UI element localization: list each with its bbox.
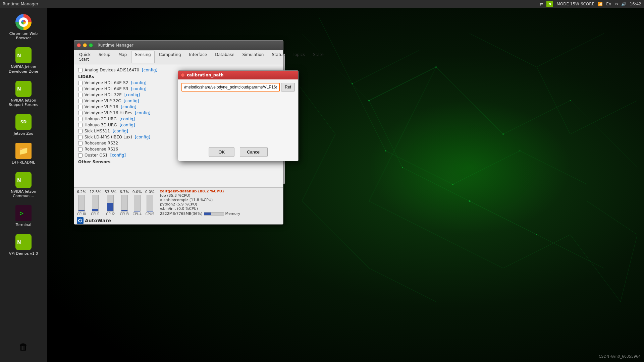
tab-state[interactable]: State xyxy=(309,51,327,63)
dialog-close-btn[interactable] xyxy=(181,73,185,77)
vlp32c-checkbox[interactable] xyxy=(78,99,83,103)
cpu-bars-container: 6.2% CPU0 12.5% CPU1 53.3% xyxy=(77,189,155,216)
hdl64s3-checkbox[interactable] xyxy=(78,87,83,91)
svg-point-37 xyxy=(402,167,403,168)
svg-line-22 xyxy=(302,201,369,268)
sickldmrs-checkbox[interactable] xyxy=(78,135,83,139)
sidebar-item-trash[interactable]: 🗑 xyxy=(3,336,44,359)
taskbar-wifi-icon: 📶 xyxy=(598,2,603,6)
hokuyo3d-config[interactable]: [config] xyxy=(119,123,135,127)
sidebar-item-nvidia-support[interactable]: N NVIDIA Jetson Support Forums xyxy=(3,78,44,110)
sidebar-item-jetson-zoo[interactable]: SD Jetson Zoo xyxy=(3,111,44,138)
hokuyo2d-label: Hokuyo 2D URG xyxy=(85,117,117,121)
tab-sensing[interactable]: Sensing xyxy=(131,51,154,63)
ousteros1-config[interactable]: [config] xyxy=(110,153,126,158)
cpu2-pct: 53.3% xyxy=(105,190,116,194)
calibration-path-dialog: calibration_path Ref OK Cancel xyxy=(178,70,299,161)
sidebar-item-nvidia-comms-label: NVIDIA Jetson Communi... xyxy=(5,189,42,198)
vlp16-config[interactable]: [config] xyxy=(121,105,136,109)
window-maximize-btn[interactable] xyxy=(89,43,93,47)
cpu4-bar xyxy=(134,195,141,212)
hdl64s2-config[interactable]: [config] xyxy=(131,80,146,85)
sidebar-item-terminal[interactable]: >_ Terminal xyxy=(3,202,44,230)
svg-text:N: N xyxy=(17,239,21,245)
hdl64s3-label: Velodyne HDL-64E-S3 xyxy=(85,86,128,91)
tab-database[interactable]: Database xyxy=(211,51,238,63)
analog-devices-checkbox[interactable] xyxy=(78,68,83,72)
sickldmrs-label: Sick LD-MRS (IBEO Lux) xyxy=(85,135,132,139)
cpu1-bar xyxy=(92,195,99,212)
dialog-title-text: calibration_path xyxy=(187,73,224,77)
vlp16hires-checkbox[interactable] xyxy=(78,111,83,115)
cpu-monitor: 6.2% CPU0 12.5% CPU1 53.3% xyxy=(74,187,283,224)
window-tabs: Quick Start Setup Map Sensing Computing … xyxy=(74,50,283,64)
tab-quick-start[interactable]: Quick Start xyxy=(75,51,94,63)
sidebar-item-chromium[interactable]: Chromium Web Browser xyxy=(3,11,44,43)
cpu0-pct: 6.2% xyxy=(77,190,86,194)
window-close-btn[interactable] xyxy=(77,43,81,47)
robosensers16-checkbox[interactable] xyxy=(78,147,83,152)
cpu1-pct: 12.5% xyxy=(90,190,101,194)
hokuyo2d-checkbox[interactable] xyxy=(78,117,83,121)
tab-status[interactable]: Status xyxy=(268,51,288,63)
tab-setup[interactable]: Setup xyxy=(95,51,114,63)
tab-topics[interactable]: Topics xyxy=(289,51,309,63)
hdl32e-checkbox[interactable] xyxy=(78,93,83,97)
svg-line-28 xyxy=(587,201,637,235)
sidebar-item-nvidia-dev[interactable]: N NVIDIA Jetson Developer Zone xyxy=(3,45,44,76)
hdl32e-label: Velodyne HDL-32E xyxy=(85,93,122,97)
svg-point-39 xyxy=(536,234,537,235)
svg-line-18 xyxy=(369,201,436,235)
calibration-path-input[interactable] xyxy=(181,83,280,92)
hdl32e-config[interactable]: [config] xyxy=(124,93,140,97)
svg-line-6 xyxy=(369,101,402,168)
sickldmrs-config[interactable]: [config] xyxy=(135,135,150,139)
hdl64s3-config[interactable]: [config] xyxy=(131,86,146,91)
vlp16-checkbox[interactable] xyxy=(78,105,83,109)
tab-simulation[interactable]: Simulation xyxy=(239,51,268,63)
hokuyo3d-checkbox[interactable] xyxy=(78,123,83,127)
sidebar-item-nvidia-comms[interactable]: N NVIDIA Jetson Communi... xyxy=(3,169,44,201)
trash-icon: 🗑 xyxy=(15,339,32,355)
svg-point-44 xyxy=(520,150,521,152)
hokuyo2d-config[interactable]: [config] xyxy=(119,117,135,121)
svg-text:N: N xyxy=(17,86,21,92)
cpu1-fill xyxy=(92,209,98,211)
tab-computing[interactable]: Computing xyxy=(155,51,185,63)
analog-devices-config[interactable]: [config] xyxy=(142,68,157,72)
taskbar: Runtime Manager ⇄ N MODE 15W 6CORE 📶 En … xyxy=(0,0,644,8)
dialog-cancel-button[interactable]: Cancel xyxy=(240,147,267,157)
cpu0-container: 6.2% CPU0 xyxy=(77,190,86,216)
robosensers32-checkbox[interactable] xyxy=(78,141,83,145)
ref-button[interactable]: Ref xyxy=(281,83,295,92)
sicklms511-checkbox[interactable] xyxy=(78,129,83,133)
svg-line-32 xyxy=(369,67,436,101)
cpu-process-list: zeitgeist-datahub (88.2 %CPU) top (35.3 … xyxy=(157,189,280,216)
ousteros1-checkbox[interactable] xyxy=(78,153,83,158)
sicklms511-config[interactable]: [config] xyxy=(113,129,128,133)
window-minimize-btn[interactable] xyxy=(83,43,87,47)
memory-value: 2822MB/7765MB(36%) xyxy=(160,212,203,216)
nvidia-dev-icon: N xyxy=(15,47,32,63)
svg-text:N: N xyxy=(17,53,21,58)
l4t-readme-icon: 📁 xyxy=(15,143,32,159)
svg-line-9 xyxy=(537,235,604,268)
cpu3-fill xyxy=(121,210,127,211)
sidebar-item-nvidia-support-label: NVIDIA Jetson Support Forums xyxy=(5,98,42,107)
sidebar-item-l4t-readme[interactable]: 📁 L4T-README xyxy=(3,140,44,167)
cpu3-bar xyxy=(121,195,128,212)
nvidia-comms-icon: N xyxy=(15,172,32,188)
svg-line-7 xyxy=(402,168,470,201)
vlp16hires-config[interactable]: [config] xyxy=(135,111,150,115)
sidebar-item-vpi-demos[interactable]: N VPi Demos v1.0 xyxy=(3,231,44,258)
dialog-ok-button[interactable]: OK xyxy=(209,147,234,157)
tab-interface[interactable]: Interface xyxy=(185,51,211,63)
hdl64s2-checkbox[interactable] xyxy=(78,81,83,85)
cpu0-fill xyxy=(78,210,85,211)
svg-line-13 xyxy=(386,151,453,184)
robosensers16-label: Robosense RS16 xyxy=(85,147,118,152)
vlp32c-config[interactable]: [config] xyxy=(124,99,139,103)
tab-map[interactable]: Map xyxy=(115,51,130,63)
vlp32c-label: Velodyne VLP-32C xyxy=(85,99,121,103)
robosensers32-label: Robosense RS32 xyxy=(85,141,118,145)
